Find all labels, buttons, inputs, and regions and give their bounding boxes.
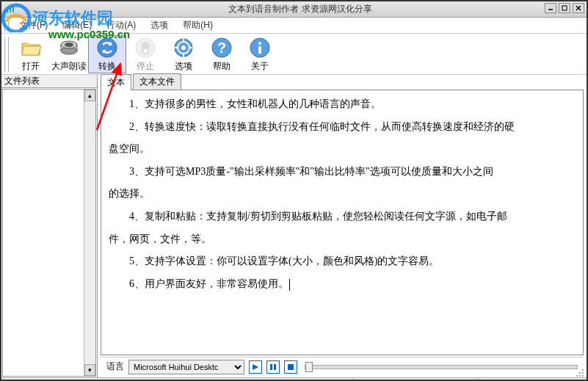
help-button[interactable]: ? 帮助 bbox=[203, 35, 241, 73]
tab-text[interactable]: 文本 bbox=[101, 74, 131, 90]
play-icon bbox=[252, 363, 259, 371]
gear-icon bbox=[172, 36, 195, 59]
svg-point-13 bbox=[98, 38, 117, 57]
svg-point-25 bbox=[258, 42, 261, 45]
info-icon bbox=[248, 36, 272, 59]
svg-point-35 bbox=[582, 375, 584, 377]
status-segment bbox=[1, 378, 354, 381]
menu-options[interactable]: 选项 bbox=[143, 17, 175, 34]
text-line: 的选择。 bbox=[109, 184, 576, 204]
about-button[interactable]: 关于 bbox=[241, 35, 279, 73]
svg-rect-29 bbox=[288, 364, 294, 370]
toolbar: 打开 大声朗读 转换 停止 选项 ? 帮助 关于 bbox=[1, 34, 587, 75]
window-title: 文本到语音制作者 求资源网汉化分享 bbox=[18, 3, 582, 15]
stop-label: 停止 bbox=[137, 60, 154, 73]
minimize-button[interactable] bbox=[545, 3, 556, 13]
sidebar-scrollbar[interactable]: ▴ ▾ bbox=[84, 90, 95, 376]
svg-rect-3 bbox=[7, 10, 8, 12]
svg-rect-5 bbox=[12, 5, 14, 12]
media-stop-button[interactable] bbox=[284, 360, 297, 374]
svg-rect-4 bbox=[10, 7, 11, 12]
progress-handle[interactable] bbox=[305, 362, 313, 372]
help-icon: ? bbox=[210, 36, 233, 59]
open-button[interactable]: 打开 bbox=[12, 35, 50, 73]
file-list[interactable]: ▴ ▾ bbox=[2, 89, 96, 377]
open-label: 打开 bbox=[22, 60, 40, 73]
speaker-icon bbox=[57, 36, 81, 59]
svg-point-31 bbox=[579, 372, 581, 374]
options-button[interactable]: 选项 bbox=[164, 35, 203, 73]
help-label: 帮助 bbox=[213, 60, 231, 73]
playback-bar: 语言 Microsoft Huihui Desktc bbox=[101, 357, 584, 376]
svg-point-33 bbox=[576, 375, 578, 377]
svg-point-17 bbox=[181, 46, 186, 50]
svg-rect-27 bbox=[270, 364, 272, 370]
svg-point-34 bbox=[579, 375, 581, 377]
svg-rect-7 bbox=[562, 6, 567, 10]
resize-grip-icon[interactable] bbox=[575, 368, 585, 378]
voice-select[interactable]: Microsoft Huihui Desktc bbox=[128, 360, 244, 374]
play-button[interactable] bbox=[249, 360, 262, 374]
maximize-button[interactable] bbox=[559, 3, 570, 13]
menu-edit[interactable]: 编辑(E) bbox=[55, 17, 99, 34]
menu-action[interactable]: 行动(A) bbox=[99, 17, 143, 34]
menu-help[interactable]: 帮助(H) bbox=[175, 17, 220, 34]
about-label: 关于 bbox=[251, 60, 269, 73]
sidebar: 文件列表 ▴ ▾ bbox=[1, 75, 98, 377]
scroll-up-icon[interactable]: ▴ bbox=[84, 90, 95, 101]
content-area: 文本 文本文件 1、支持很多的男性，女性和机器人的几种语言的声音。 2、转换速度… bbox=[98, 75, 587, 377]
menu-bar: 文件(F) 编辑(E) 行动(A) 选项 帮助(H) bbox=[1, 18, 587, 34]
text-line: 6、用户界面友好，非常容易使用。 bbox=[109, 275, 576, 294]
sidebar-header: 文件列表 bbox=[1, 75, 97, 88]
text-line: 件，网页，文件，等。 bbox=[109, 230, 576, 250]
text-line: 1、支持很多的男性，女性和机器人的几种语言的声音。 bbox=[109, 95, 576, 115]
svg-point-12 bbox=[65, 43, 73, 47]
title-bar: 文本到语音制作者 求资源网汉化分享 bbox=[1, 1, 587, 18]
tab-text-file[interactable]: 文本文件 bbox=[133, 73, 181, 90]
convert-button[interactable]: 转换 bbox=[88, 35, 126, 73]
options-label: 选项 bbox=[175, 60, 192, 73]
text-line: 4、复制和粘贴：支持复制/剪切到剪贴板粘贴，使您轻松阅读任何文字源，如电子邮 bbox=[109, 207, 576, 227]
read-aloud-label: 大声朗读 bbox=[51, 60, 87, 73]
svg-rect-26 bbox=[258, 46, 261, 54]
convert-icon bbox=[95, 36, 119, 59]
status-segment bbox=[354, 378, 479, 381]
svg-rect-28 bbox=[274, 364, 276, 370]
convert-label: 转换 bbox=[98, 60, 116, 73]
read-aloud-button[interactable]: 大声朗读 bbox=[50, 35, 88, 73]
pause-icon bbox=[269, 363, 277, 371]
stop-hand-icon bbox=[134, 36, 157, 59]
text-line: 3、支持可选MP3质量-"输出采样频率"和"输出比特率"选项可以使质量和大小之间 bbox=[109, 162, 576, 182]
svg-text:?: ? bbox=[217, 40, 226, 56]
menu-file[interactable]: 文件(F) bbox=[12, 17, 55, 34]
text-line: 2、转换速度快：读取转换直接执行没有任何临时文件，从而使高转换速度和经济的硬 bbox=[109, 117, 576, 137]
tabs: 文本 文本文件 bbox=[98, 75, 587, 90]
svg-point-32 bbox=[582, 372, 584, 374]
svg-point-30 bbox=[582, 369, 584, 371]
text-editor[interactable]: 1、支持很多的男性，女性和机器人的几种语言的声音。 2、转换速度快：读取转换直接… bbox=[101, 90, 584, 355]
close-button[interactable] bbox=[573, 3, 584, 13]
pause-button[interactable] bbox=[266, 360, 280, 374]
text-line: 盘空间。 bbox=[109, 139, 576, 159]
stop-button: 停止 bbox=[126, 35, 164, 73]
text-line: 5、支持字体设置：你可以设置字体(大小，颜色和风格)的文字容易。 bbox=[109, 252, 576, 272]
language-label: 语言 bbox=[106, 360, 124, 373]
menu-grip[interactable] bbox=[4, 20, 9, 32]
toolbar-grip[interactable] bbox=[4, 37, 9, 72]
app-icon bbox=[6, 4, 16, 15]
status-bar bbox=[1, 377, 587, 381]
progress-slider[interactable] bbox=[305, 365, 578, 369]
text-caret bbox=[289, 279, 290, 291]
stop-icon bbox=[287, 363, 294, 371]
folder-open-icon bbox=[19, 36, 43, 59]
scroll-down-icon[interactable]: ▾ bbox=[84, 364, 95, 376]
